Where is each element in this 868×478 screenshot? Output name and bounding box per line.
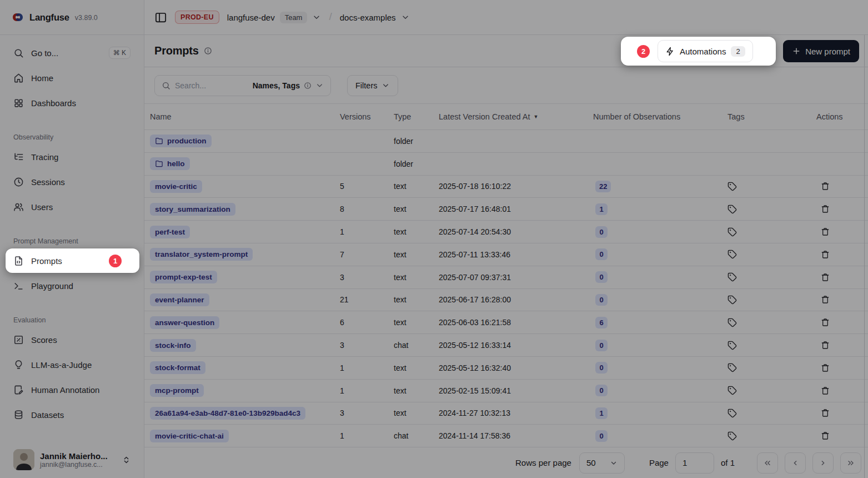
sidebar-item-prompts[interactable]: Prompts 1 [6,248,139,273]
delete-row-button[interactable] [821,250,830,259]
column-header-type[interactable]: Type [394,112,439,121]
project-switcher[interactable]: docs-examples [340,13,410,22]
previous-page-button[interactable] [785,452,806,474]
prompt-name-chip[interactable]: story_summarization [150,203,235,216]
tag-icon-button[interactable] [727,205,737,214]
delete-row-button[interactable] [821,295,830,304]
tags-cell [727,205,816,214]
go-to-search[interactable]: Go to... ⌘ K [6,42,138,64]
tag-icon-button[interactable] [727,250,737,259]
search-scope-dropdown[interactable]: Names, Tags [253,81,324,90]
delete-row-button[interactable] [821,318,830,327]
sidebar-item-llm-as-a-judge[interactable]: LLM-as-a-Judge [6,353,138,376]
column-header-tags[interactable]: Tags [727,112,816,121]
tag-icon-button[interactable] [727,386,737,395]
sidebar-item-datasets[interactable]: Datasets [6,404,138,426]
tag-icon-button[interactable] [727,182,737,191]
delete-row-button[interactable] [821,205,830,213]
tag-icon-button[interactable] [727,409,737,418]
prompt-name-chip[interactable]: production [150,135,212,147]
column-header-observations[interactable]: Number of Observations [593,112,727,121]
prompt-name-chip[interactable]: stock-format [150,361,205,374]
actions-cell [816,182,868,191]
sidebar-nav: Go to... ⌘ K Home Dashboards Observabili… [0,35,144,478]
observations-cell: 1 [593,407,727,419]
info-icon[interactable] [204,47,212,55]
sidebar-item-users[interactable]: Users [6,196,138,218]
table-row[interactable]: prompt-exp-test 3 text 2025-07-07 09:37:… [144,266,868,289]
delete-row-button[interactable] [821,364,830,372]
observation-count-badge: 0 [595,226,608,238]
prompt-name-chip[interactable]: event-planner [150,293,209,306]
table-row[interactable]: production folder [144,130,868,153]
table-row[interactable]: translator_system-prompt 7 text 2025-07-… [144,243,868,266]
automations-button[interactable]: Automations 2 [658,40,753,62]
trash-icon [821,295,830,304]
prompt-name-chip[interactable]: movie-critic-chat-ai [150,430,229,442]
delete-row-button[interactable] [821,341,830,350]
table-row[interactable]: event-planner 21 text 2025-06-17 16:28:0… [144,289,868,312]
page-number-input[interactable] [675,452,714,474]
search-input[interactable]: Search... Names, Tags [154,75,331,96]
page-of-label: of 1 [721,458,735,467]
table-row[interactable]: story_summarization 8 text 2025-07-17 16… [144,198,868,221]
tag-icon-button[interactable] [727,295,737,305]
sidebar-item-human-annotation[interactable]: Human Annotation [6,379,138,401]
prompt-name-chip[interactable]: translator_system-prompt [150,248,253,261]
table-row[interactable]: movie-critic 5 text 2025-07-18 16:10:22 … [144,176,868,198]
organization-switcher[interactable]: langfuse-dev Team [227,12,322,23]
delete-row-button[interactable] [821,273,830,282]
column-header-created-at[interactable]: Latest Version Created At ▼ [439,112,593,121]
prompt-name: story_summarization [155,205,230,213]
sidebar-toggle-button[interactable] [154,11,167,24]
delete-row-button[interactable] [821,409,830,417]
prompt-name-chip[interactable]: prompt-exp-test [150,271,217,283]
organization-name: langfuse-dev [227,13,275,22]
table-row[interactable]: stock-info 3 chat 2025-05-12 16:33:14 0 [144,334,868,357]
sidebar-item-sessions[interactable]: Sessions [6,171,138,193]
prompt-name-chip[interactable]: stock-info [150,339,196,352]
prompts-file-icon [13,256,24,266]
filters-button[interactable]: Filters [347,75,398,96]
sidebar-item-dashboards[interactable]: Dashboards [6,92,138,114]
tag-icon-button[interactable] [727,363,737,372]
sidebar-item-tracing[interactable]: Tracing [6,146,138,168]
name-cell: 26a61a94-e3ab-48d7-81e0-13b929bad4c3 [150,407,340,420]
next-page-button[interactable] [812,452,834,474]
column-header-versions[interactable]: Versions [340,112,394,121]
table-row[interactable]: perf-test 1 text 2025-07-14 20:54:30 0 [144,221,868,243]
prompt-name-chip[interactable]: hello [150,157,190,170]
tag-icon-button[interactable] [727,227,737,237]
name-cell: mcp-prompt [150,384,340,397]
user-menu[interactable]: Jannik Maierho... jannik@langfuse.c... [6,442,138,478]
last-page-button[interactable] [840,452,861,474]
table-row[interactable]: hello folder [144,153,868,176]
prompt-name-chip[interactable]: movie-critic [150,180,202,193]
sidebar-item-home[interactable]: Home [6,67,138,89]
tag-icon-button[interactable] [727,318,737,327]
delete-row-button[interactable] [821,431,830,440]
delete-row-button[interactable] [821,227,830,236]
observation-count-badge: 22 [595,181,611,192]
sidebar-item-label: Playground [31,281,73,291]
column-header-name[interactable]: Name [150,112,340,121]
sidebar-item-playground[interactable]: Playground [6,275,138,297]
rows-per-page-select[interactable]: 50 [579,452,625,474]
delete-row-button[interactable] [821,182,830,191]
table-row[interactable]: mcp-prompt 1 text 2025-02-15 15:09:41 0 [144,380,868,402]
table-row[interactable]: movie-critic-chat-ai 1 chat 2024-11-14 1… [144,425,868,447]
tag-icon-button[interactable] [727,431,737,441]
tag-icon-button[interactable] [727,341,737,350]
prompt-name-chip[interactable]: answer-question [150,316,219,329]
prompt-name-chip[interactable]: mcp-prompt [150,384,204,397]
table-row[interactable]: stock-format 1 text 2025-05-12 16:32:40 … [144,357,868,380]
tag-icon-button[interactable] [727,272,737,282]
table-row[interactable]: 26a61a94-e3ab-48d7-81e0-13b929bad4c3 3 t… [144,402,868,425]
first-page-button[interactable] [757,452,778,474]
prompt-name-chip[interactable]: perf-test [150,226,190,238]
delete-row-button[interactable] [821,386,830,395]
table-row[interactable]: answer-question 6 text 2025-06-03 16:21:… [144,311,868,334]
prompt-name-chip[interactable]: 26a61a94-e3ab-48d7-81e0-13b929bad4c3 [150,407,305,420]
new-prompt-button[interactable]: New prompt [783,40,859,62]
sidebar-item-scores[interactable]: Scores [6,328,138,351]
